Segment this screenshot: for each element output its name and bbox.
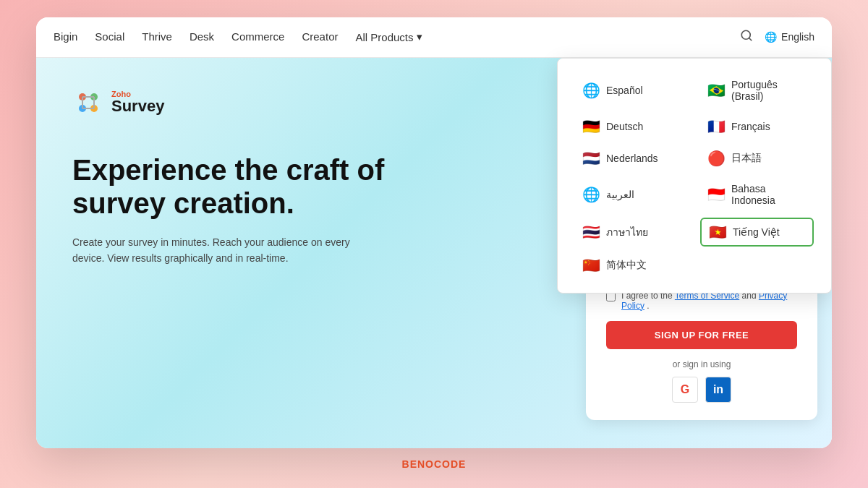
nav-thrive[interactable]: Thrive	[142, 30, 172, 43]
search-icon[interactable]	[740, 29, 753, 46]
chevron-down-icon: ▾	[417, 30, 422, 43]
nav-social[interactable]: Social	[95, 30, 124, 43]
svg-line-1	[749, 38, 752, 40]
terms-text: I agree to the Terms of Service and Priv…	[621, 291, 797, 311]
lang-japanese-label: 日本語	[731, 152, 762, 165]
hero-subtext: Create your survey in minutes. Reach you…	[72, 234, 362, 267]
lang-nederlands[interactable]: 🇳🇱 Nederlands	[575, 145, 689, 171]
flag-arabic: 🌐	[582, 187, 600, 202]
hero-heading: Experience the craft of survey creation.	[72, 153, 438, 220]
lang-espanol-label: Español	[606, 85, 643, 96]
nav-creator[interactable]: Creator	[302, 30, 338, 43]
lang-chinese-label: 简体中文	[606, 259, 647, 272]
or-signin-row: or sign in using	[606, 359, 797, 369]
nav-all-products[interactable]: All Products ▾	[355, 30, 422, 43]
footer-brand-b: B	[402, 458, 410, 470]
signup-button[interactable]: SIGN UP FOR FREE	[606, 321, 797, 349]
flag-portugues: 🇧🇷	[707, 83, 726, 98]
linkedin-signin-button[interactable]: in	[705, 377, 731, 403]
nav-links: Bigin Social Thrive Desk Commerce Creato…	[54, 30, 723, 43]
flag-deutsch: 🇩🇪	[582, 119, 600, 134]
logo-survey: Survey	[111, 98, 164, 114]
lang-espanol[interactable]: 🌐 Español	[575, 73, 689, 108]
svg-point-2	[72, 87, 104, 119]
flag-thai: 🇹🇭	[582, 225, 600, 239]
nav-desk[interactable]: Desk	[190, 30, 214, 43]
lang-portugues[interactable]: 🇧🇷 Português (Brasil)	[700, 73, 814, 108]
footer-bar: BENOCODE	[36, 448, 832, 471]
lang-portugues-label: Português (Brasil)	[731, 79, 807, 102]
lang-japanese[interactable]: 🔴 日本語	[700, 145, 814, 171]
lang-deutsch[interactable]: 🇩🇪 Deutsch	[575, 114, 689, 140]
flag-indonesian: 🇮🇩	[707, 187, 726, 202]
social-buttons: G in	[606, 377, 797, 403]
lang-francais[interactable]: 🇫🇷 Français	[700, 114, 814, 140]
flag-espanol: 🌐	[582, 83, 600, 98]
google-signin-button[interactable]: G	[672, 377, 698, 403]
lang-thai[interactable]: 🇹🇭 ภาษาไทย	[575, 218, 689, 247]
lang-chinese[interactable]: 🇨🇳 简体中文	[575, 252, 689, 278]
lang-vietnamese[interactable]: 🇻🇳 Tiếng Việt	[700, 218, 814, 247]
lang-indonesian[interactable]: 🇮🇩 Bahasa Indonesia	[700, 177, 814, 212]
nav-bigin[interactable]: Bigin	[54, 30, 77, 43]
globe-icon: 🌐	[765, 31, 777, 43]
flag-japanese: 🔴	[707, 151, 726, 166]
logo-text: Zoho Survey	[111, 90, 164, 114]
zoho-survey-logo-icon	[72, 87, 104, 119]
nav-right: 🌐 English	[740, 29, 814, 46]
lang-arabic-label: العربية	[606, 189, 634, 200]
top-nav: Bigin Social Thrive Desk Commerce Creato…	[36, 17, 832, 58]
terms-row: I agree to the Terms of Service and Priv…	[606, 291, 797, 311]
flag-chinese: 🇨🇳	[582, 258, 600, 273]
flag-vietnamese: 🇻🇳	[709, 225, 727, 239]
lang-vietnamese-label: Tiếng Việt	[733, 226, 780, 238]
flag-francais: 🇫🇷	[707, 119, 726, 134]
lang-nederlands-label: Nederlands	[606, 153, 658, 164]
lang-arabic[interactable]: 🌐 العربية	[575, 177, 689, 212]
language-label: English	[781, 31, 814, 43]
logo-area: Zoho Survey	[72, 87, 438, 119]
lang-indonesian-label: Bahasa Indonesia	[731, 183, 807, 206]
lang-thai-label: ภาษาไทย	[606, 224, 648, 240]
lang-deutsch-label: Deutsch	[606, 121, 643, 132]
footer-brand-rest: ENOCODE	[410, 458, 467, 470]
flag-nederlands: 🇳🇱	[582, 151, 600, 166]
lang-francais-label: Français	[731, 121, 770, 132]
browser-window: Bigin Social Thrive Desk Commerce Creato…	[36, 17, 832, 448]
language-dropdown: 🌐 Español 🇧🇷 Português (Brasil) 🇩🇪 Deuts…	[557, 58, 832, 294]
language-selector[interactable]: 🌐 English	[765, 31, 814, 43]
nav-commerce[interactable]: Commerce	[231, 30, 284, 43]
left-panel: Zoho Survey Experience the craft of surv…	[36, 58, 474, 448]
